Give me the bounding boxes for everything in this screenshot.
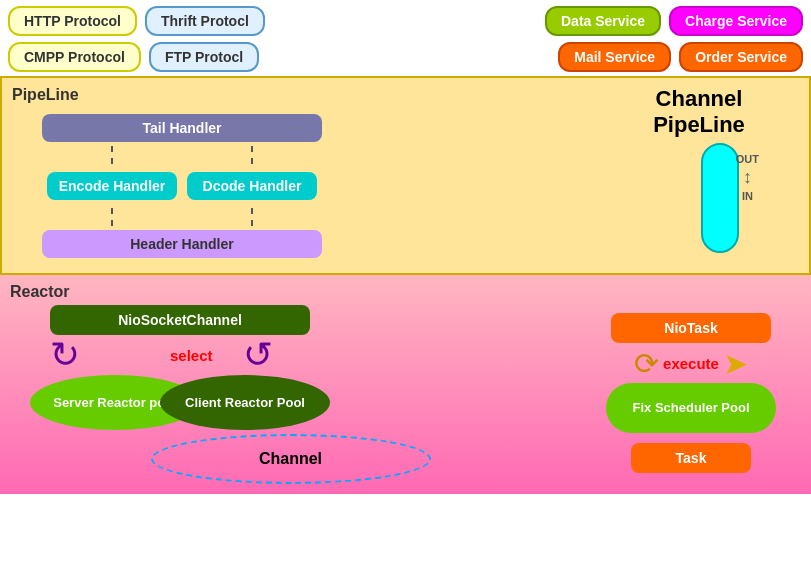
top-row2-item-1: FTP Protocl	[149, 42, 259, 72]
select-arrow-left: ↺	[50, 337, 80, 373]
top-row2-item-0: CMPP Protocol	[8, 42, 141, 72]
top-row1-item-2: Data Service	[545, 6, 661, 36]
channel-tube	[701, 143, 739, 253]
pipeline-label: PipeLine	[12, 86, 589, 104]
top-row2-item-3: Order Service	[679, 42, 803, 72]
channel-label: Channel	[259, 450, 322, 468]
encode-handler: Encode Handler	[47, 172, 177, 200]
in-label: IN	[742, 190, 753, 202]
top-row1-item-3: Charge Service	[669, 6, 803, 36]
dcode-handler: Dcode Handler	[187, 172, 317, 200]
out-label: OUT	[736, 153, 759, 165]
top-row2-item-2: Mail Service	[558, 42, 671, 72]
select-arrow-right: ↺	[243, 337, 273, 373]
tail-handler: Tail Handler	[42, 114, 322, 142]
task-box: Task	[631, 443, 751, 473]
nio-socket-channel: NioSocketChannel	[50, 305, 310, 335]
execute-label: execute	[663, 355, 719, 372]
channel-pipeline-label-line1: Channel	[653, 86, 745, 112]
channel-ellipse: Channel	[151, 434, 431, 484]
fix-scheduler-pool: Fix Scheduler Pool	[606, 383, 776, 433]
select-label: select	[170, 347, 213, 364]
nio-task: NioTask	[611, 313, 771, 343]
client-reactor-pool: Client Reactor Pool	[160, 375, 330, 430]
top-row1-item-0: HTTP Protocol	[8, 6, 137, 36]
execute-arrow2: ➤	[723, 349, 748, 379]
reactor-label: Reactor	[10, 283, 70, 301]
header-handler: Header Handler	[42, 230, 322, 258]
top-row1-item-1: Thrift Protocl	[145, 6, 265, 36]
channel-pipeline-label-line2: PipeLine	[653, 112, 745, 138]
execute-arrow: ⟳	[634, 349, 659, 379]
